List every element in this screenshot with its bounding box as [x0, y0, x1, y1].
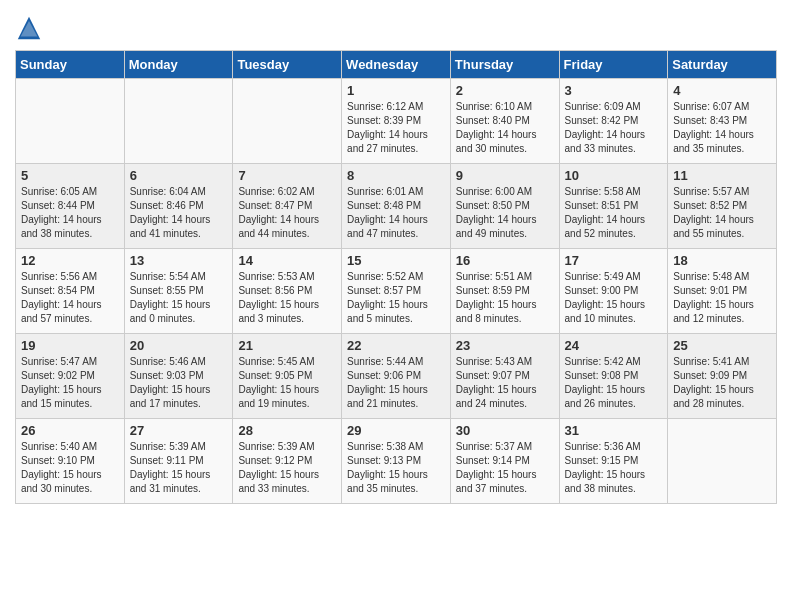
day-info: Sunrise: 5:44 AMSunset: 9:06 PMDaylight:…: [347, 355, 445, 411]
day-cell: [16, 79, 125, 164]
day-cell: 17Sunrise: 5:49 AMSunset: 9:00 PMDayligh…: [559, 249, 668, 334]
day-number: 3: [565, 83, 663, 98]
day-cell: 2Sunrise: 6:10 AMSunset: 8:40 PMDaylight…: [450, 79, 559, 164]
day-number: 4: [673, 83, 771, 98]
day-info: Sunrise: 5:49 AMSunset: 9:00 PMDaylight:…: [565, 270, 663, 326]
day-cell: 8Sunrise: 6:01 AMSunset: 8:48 PMDaylight…: [342, 164, 451, 249]
day-cell: 29Sunrise: 5:38 AMSunset: 9:13 PMDayligh…: [342, 419, 451, 504]
day-cell: 7Sunrise: 6:02 AMSunset: 8:47 PMDaylight…: [233, 164, 342, 249]
day-info: Sunrise: 5:46 AMSunset: 9:03 PMDaylight:…: [130, 355, 228, 411]
weekday-header-saturday: Saturday: [668, 51, 777, 79]
day-info: Sunrise: 5:58 AMSunset: 8:51 PMDaylight:…: [565, 185, 663, 241]
day-cell: 28Sunrise: 5:39 AMSunset: 9:12 PMDayligh…: [233, 419, 342, 504]
day-number: 26: [21, 423, 119, 438]
day-number: 13: [130, 253, 228, 268]
day-number: 5: [21, 168, 119, 183]
day-info: Sunrise: 6:05 AMSunset: 8:44 PMDaylight:…: [21, 185, 119, 241]
week-row-3: 12Sunrise: 5:56 AMSunset: 8:54 PMDayligh…: [16, 249, 777, 334]
day-info: Sunrise: 6:12 AMSunset: 8:39 PMDaylight:…: [347, 100, 445, 156]
day-number: 14: [238, 253, 336, 268]
day-cell: 23Sunrise: 5:43 AMSunset: 9:07 PMDayligh…: [450, 334, 559, 419]
day-info: Sunrise: 5:57 AMSunset: 8:52 PMDaylight:…: [673, 185, 771, 241]
day-number: 12: [21, 253, 119, 268]
day-number: 2: [456, 83, 554, 98]
day-cell: 14Sunrise: 5:53 AMSunset: 8:56 PMDayligh…: [233, 249, 342, 334]
day-cell: [124, 79, 233, 164]
day-info: Sunrise: 6:07 AMSunset: 8:43 PMDaylight:…: [673, 100, 771, 156]
day-cell: 16Sunrise: 5:51 AMSunset: 8:59 PMDayligh…: [450, 249, 559, 334]
day-number: 1: [347, 83, 445, 98]
day-info: Sunrise: 5:51 AMSunset: 8:59 PMDaylight:…: [456, 270, 554, 326]
week-row-1: 1Sunrise: 6:12 AMSunset: 8:39 PMDaylight…: [16, 79, 777, 164]
day-info: Sunrise: 5:39 AMSunset: 9:12 PMDaylight:…: [238, 440, 336, 496]
week-row-2: 5Sunrise: 6:05 AMSunset: 8:44 PMDaylight…: [16, 164, 777, 249]
day-number: 19: [21, 338, 119, 353]
day-cell: 24Sunrise: 5:42 AMSunset: 9:08 PMDayligh…: [559, 334, 668, 419]
day-cell: [668, 419, 777, 504]
day-cell: 18Sunrise: 5:48 AMSunset: 9:01 PMDayligh…: [668, 249, 777, 334]
day-info: Sunrise: 5:56 AMSunset: 8:54 PMDaylight:…: [21, 270, 119, 326]
day-number: 17: [565, 253, 663, 268]
day-number: 31: [565, 423, 663, 438]
day-number: 9: [456, 168, 554, 183]
day-info: Sunrise: 6:10 AMSunset: 8:40 PMDaylight:…: [456, 100, 554, 156]
day-cell: [233, 79, 342, 164]
day-info: Sunrise: 5:47 AMSunset: 9:02 PMDaylight:…: [21, 355, 119, 411]
day-cell: 10Sunrise: 5:58 AMSunset: 8:51 PMDayligh…: [559, 164, 668, 249]
weekday-header-sunday: Sunday: [16, 51, 125, 79]
day-info: Sunrise: 5:37 AMSunset: 9:14 PMDaylight:…: [456, 440, 554, 496]
day-info: Sunrise: 5:36 AMSunset: 9:15 PMDaylight:…: [565, 440, 663, 496]
logo-icon: [15, 14, 43, 42]
weekday-header-tuesday: Tuesday: [233, 51, 342, 79]
day-info: Sunrise: 5:53 AMSunset: 8:56 PMDaylight:…: [238, 270, 336, 326]
day-number: 8: [347, 168, 445, 183]
day-number: 24: [565, 338, 663, 353]
day-number: 20: [130, 338, 228, 353]
day-cell: 15Sunrise: 5:52 AMSunset: 8:57 PMDayligh…: [342, 249, 451, 334]
day-cell: 21Sunrise: 5:45 AMSunset: 9:05 PMDayligh…: [233, 334, 342, 419]
day-info: Sunrise: 6:04 AMSunset: 8:46 PMDaylight:…: [130, 185, 228, 241]
page: SundayMondayTuesdayWednesdayThursdayFrid…: [0, 0, 792, 519]
day-number: 11: [673, 168, 771, 183]
day-info: Sunrise: 6:09 AMSunset: 8:42 PMDaylight:…: [565, 100, 663, 156]
day-number: 27: [130, 423, 228, 438]
day-info: Sunrise: 5:41 AMSunset: 9:09 PMDaylight:…: [673, 355, 771, 411]
day-cell: 13Sunrise: 5:54 AMSunset: 8:55 PMDayligh…: [124, 249, 233, 334]
day-number: 30: [456, 423, 554, 438]
weekday-header-row: SundayMondayTuesdayWednesdayThursdayFrid…: [16, 51, 777, 79]
day-info: Sunrise: 5:40 AMSunset: 9:10 PMDaylight:…: [21, 440, 119, 496]
day-number: 10: [565, 168, 663, 183]
day-info: Sunrise: 5:48 AMSunset: 9:01 PMDaylight:…: [673, 270, 771, 326]
day-cell: 31Sunrise: 5:36 AMSunset: 9:15 PMDayligh…: [559, 419, 668, 504]
day-cell: 5Sunrise: 6:05 AMSunset: 8:44 PMDaylight…: [16, 164, 125, 249]
day-number: 15: [347, 253, 445, 268]
weekday-header-wednesday: Wednesday: [342, 51, 451, 79]
day-number: 7: [238, 168, 336, 183]
day-number: 18: [673, 253, 771, 268]
day-number: 16: [456, 253, 554, 268]
day-cell: 6Sunrise: 6:04 AMSunset: 8:46 PMDaylight…: [124, 164, 233, 249]
weekday-header-friday: Friday: [559, 51, 668, 79]
day-info: Sunrise: 5:45 AMSunset: 9:05 PMDaylight:…: [238, 355, 336, 411]
day-cell: 20Sunrise: 5:46 AMSunset: 9:03 PMDayligh…: [124, 334, 233, 419]
header: [15, 10, 777, 42]
day-number: 21: [238, 338, 336, 353]
day-info: Sunrise: 5:42 AMSunset: 9:08 PMDaylight:…: [565, 355, 663, 411]
day-info: Sunrise: 5:39 AMSunset: 9:11 PMDaylight:…: [130, 440, 228, 496]
day-cell: 19Sunrise: 5:47 AMSunset: 9:02 PMDayligh…: [16, 334, 125, 419]
calendar-table: SundayMondayTuesdayWednesdayThursdayFrid…: [15, 50, 777, 504]
weekday-header-thursday: Thursday: [450, 51, 559, 79]
logo: [15, 14, 45, 42]
weekday-header-monday: Monday: [124, 51, 233, 79]
day-number: 29: [347, 423, 445, 438]
week-row-4: 19Sunrise: 5:47 AMSunset: 9:02 PMDayligh…: [16, 334, 777, 419]
day-info: Sunrise: 6:02 AMSunset: 8:47 PMDaylight:…: [238, 185, 336, 241]
day-info: Sunrise: 6:00 AMSunset: 8:50 PMDaylight:…: [456, 185, 554, 241]
day-number: 23: [456, 338, 554, 353]
day-number: 22: [347, 338, 445, 353]
day-cell: 27Sunrise: 5:39 AMSunset: 9:11 PMDayligh…: [124, 419, 233, 504]
day-number: 28: [238, 423, 336, 438]
day-cell: 12Sunrise: 5:56 AMSunset: 8:54 PMDayligh…: [16, 249, 125, 334]
day-cell: 26Sunrise: 5:40 AMSunset: 9:10 PMDayligh…: [16, 419, 125, 504]
day-info: Sunrise: 6:01 AMSunset: 8:48 PMDaylight:…: [347, 185, 445, 241]
